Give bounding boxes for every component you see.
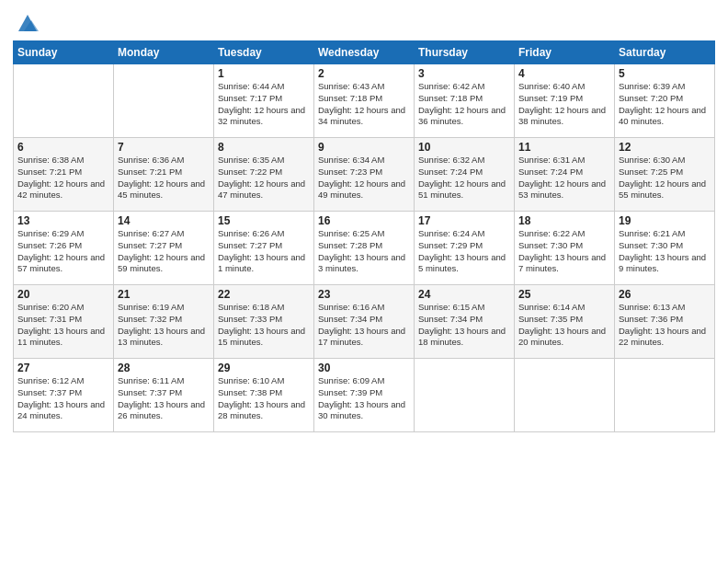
day-info: Sunrise: 6:26 AM Sunset: 7:27 PM Dayligh… [218,228,310,275]
day-info: Sunrise: 6:39 AM Sunset: 7:20 PM Dayligh… [619,81,711,128]
day-number: 26 [619,288,711,301]
weekday-header-tuesday: Tuesday [214,41,314,64]
day-number: 20 [17,288,109,301]
calendar-cell: 12Sunrise: 6:30 AM Sunset: 7:25 PM Dayli… [615,138,715,212]
calendar-week-4: 20Sunrise: 6:20 AM Sunset: 7:31 PM Dayli… [14,285,715,359]
weekday-header-thursday: Thursday [415,41,515,64]
calendar-cell [615,359,715,432]
day-number: 7 [118,141,210,154]
logo [13,9,40,35]
calendar-week-5: 27Sunrise: 6:12 AM Sunset: 7:37 PM Dayli… [14,359,715,432]
day-info: Sunrise: 6:14 AM Sunset: 7:35 PM Dayligh… [518,302,610,349]
weekday-header-monday: Monday [114,41,214,64]
calendar-cell: 29Sunrise: 6:10 AM Sunset: 7:38 PM Dayli… [214,359,314,432]
calendar-cell: 4Sunrise: 6:40 AM Sunset: 7:19 PM Daylig… [515,64,615,138]
calendar-cell: 25Sunrise: 6:14 AM Sunset: 7:35 PM Dayli… [515,285,615,359]
day-info: Sunrise: 6:18 AM Sunset: 7:33 PM Dayligh… [218,302,310,349]
day-number: 29 [218,362,310,374]
day-info: Sunrise: 6:29 AM Sunset: 7:26 PM Dayligh… [17,228,109,275]
day-info: Sunrise: 6:43 AM Sunset: 7:18 PM Dayligh… [318,81,410,128]
calendar-cell: 11Sunrise: 6:31 AM Sunset: 7:24 PM Dayli… [515,138,615,212]
day-number: 3 [418,67,510,80]
calendar-cell: 24Sunrise: 6:15 AM Sunset: 7:34 PM Dayli… [415,285,515,359]
day-info: Sunrise: 6:21 AM Sunset: 7:30 PM Dayligh… [619,228,711,275]
day-info: Sunrise: 6:19 AM Sunset: 7:32 PM Dayligh… [118,302,210,349]
calendar-cell: 20Sunrise: 6:20 AM Sunset: 7:31 PM Dayli… [14,285,114,359]
day-number: 24 [418,288,510,301]
day-number: 9 [318,141,410,154]
calendar-table: SundayMondayTuesdayWednesdayThursdayFrid… [13,40,715,432]
weekday-header-sunday: Sunday [14,41,114,64]
day-info: Sunrise: 6:34 AM Sunset: 7:23 PM Dayligh… [318,155,410,201]
calendar-cell [114,64,214,138]
calendar-cell: 10Sunrise: 6:32 AM Sunset: 7:24 PM Dayli… [415,138,515,212]
calendar-cell: 1Sunrise: 6:44 AM Sunset: 7:17 PM Daylig… [214,64,314,138]
day-number: 30 [318,362,410,374]
day-info: Sunrise: 6:40 AM Sunset: 7:19 PM Dayligh… [518,81,610,128]
day-number: 13 [17,214,109,227]
day-number: 22 [218,288,310,301]
day-number: 28 [118,362,210,374]
calendar-cell: 8Sunrise: 6:35 AM Sunset: 7:22 PM Daylig… [214,138,314,212]
calendar-cell: 6Sunrise: 6:38 AM Sunset: 7:21 PM Daylig… [14,138,114,212]
calendar-cell: 18Sunrise: 6:22 AM Sunset: 7:30 PM Dayli… [515,212,615,285]
day-number: 19 [619,214,711,227]
day-info: Sunrise: 6:44 AM Sunset: 7:17 PM Dayligh… [218,81,310,128]
calendar-cell: 30Sunrise: 6:09 AM Sunset: 7:39 PM Dayli… [314,359,415,432]
day-info: Sunrise: 6:11 AM Sunset: 7:37 PM Dayligh… [118,375,210,422]
day-number: 14 [118,214,210,227]
calendar-cell: 19Sunrise: 6:21 AM Sunset: 7:30 PM Dayli… [615,212,715,285]
day-info: Sunrise: 6:35 AM Sunset: 7:22 PM Dayligh… [218,155,310,201]
calendar-cell: 2Sunrise: 6:43 AM Sunset: 7:18 PM Daylig… [314,64,415,138]
calendar-cell: 5Sunrise: 6:39 AM Sunset: 7:20 PM Daylig… [615,64,715,138]
calendar-week-3: 13Sunrise: 6:29 AM Sunset: 7:26 PM Dayli… [14,212,715,285]
day-number: 27 [17,362,109,374]
day-info: Sunrise: 6:42 AM Sunset: 7:18 PM Dayligh… [418,81,510,128]
calendar-body: 1Sunrise: 6:44 AM Sunset: 7:17 PM Daylig… [14,64,715,432]
day-info: Sunrise: 6:12 AM Sunset: 7:37 PM Dayligh… [17,375,109,422]
weekday-header-saturday: Saturday [615,41,715,64]
day-info: Sunrise: 6:22 AM Sunset: 7:30 PM Dayligh… [518,228,610,275]
day-number: 18 [518,214,610,227]
header [13,9,715,35]
day-number: 17 [418,214,510,227]
calendar-cell [14,64,114,138]
calendar-cell: 9Sunrise: 6:34 AM Sunset: 7:23 PM Daylig… [314,138,415,212]
day-info: Sunrise: 6:27 AM Sunset: 7:27 PM Dayligh… [118,228,210,275]
day-info: Sunrise: 6:16 AM Sunset: 7:34 PM Dayligh… [318,302,410,349]
calendar-cell: 13Sunrise: 6:29 AM Sunset: 7:26 PM Dayli… [14,212,114,285]
day-number: 25 [518,288,610,301]
calendar-header: SundayMondayTuesdayWednesdayThursdayFrid… [14,41,715,64]
calendar-cell: 7Sunrise: 6:36 AM Sunset: 7:21 PM Daylig… [114,138,214,212]
day-number: 16 [318,214,410,227]
calendar-cell: 3Sunrise: 6:42 AM Sunset: 7:18 PM Daylig… [415,64,515,138]
calendar-cell: 28Sunrise: 6:11 AM Sunset: 7:37 PM Dayli… [114,359,214,432]
day-number: 5 [619,67,711,80]
weekday-header-friday: Friday [515,41,615,64]
day-number: 12 [619,141,711,154]
day-info: Sunrise: 6:13 AM Sunset: 7:36 PM Dayligh… [619,302,711,349]
day-info: Sunrise: 6:15 AM Sunset: 7:34 PM Dayligh… [418,302,510,349]
day-number: 10 [418,141,510,154]
day-info: Sunrise: 6:10 AM Sunset: 7:38 PM Dayligh… [218,375,310,422]
calendar-cell: 14Sunrise: 6:27 AM Sunset: 7:27 PM Dayli… [114,212,214,285]
calendar-cell: 16Sunrise: 6:25 AM Sunset: 7:28 PM Dayli… [314,212,415,285]
day-number: 4 [518,67,610,80]
day-info: Sunrise: 6:09 AM Sunset: 7:39 PM Dayligh… [318,375,410,422]
day-number: 21 [118,288,210,301]
calendar-cell: 21Sunrise: 6:19 AM Sunset: 7:32 PM Dayli… [114,285,214,359]
day-number: 1 [218,67,310,80]
calendar-cell: 27Sunrise: 6:12 AM Sunset: 7:37 PM Dayli… [14,359,114,432]
day-number: 8 [218,141,310,154]
calendar-cell: 23Sunrise: 6:16 AM Sunset: 7:34 PM Dayli… [314,285,415,359]
weekday-header-wednesday: Wednesday [314,41,415,64]
day-number: 6 [17,141,109,154]
day-info: Sunrise: 6:38 AM Sunset: 7:21 PM Dayligh… [17,155,109,201]
day-info: Sunrise: 6:25 AM Sunset: 7:28 PM Dayligh… [318,228,410,275]
day-number: 11 [518,141,610,154]
day-number: 23 [318,288,410,301]
day-info: Sunrise: 6:32 AM Sunset: 7:24 PM Dayligh… [418,155,510,201]
calendar-cell: 22Sunrise: 6:18 AM Sunset: 7:33 PM Dayli… [214,285,314,359]
calendar-cell [515,359,615,432]
day-info: Sunrise: 6:30 AM Sunset: 7:25 PM Dayligh… [619,155,711,201]
